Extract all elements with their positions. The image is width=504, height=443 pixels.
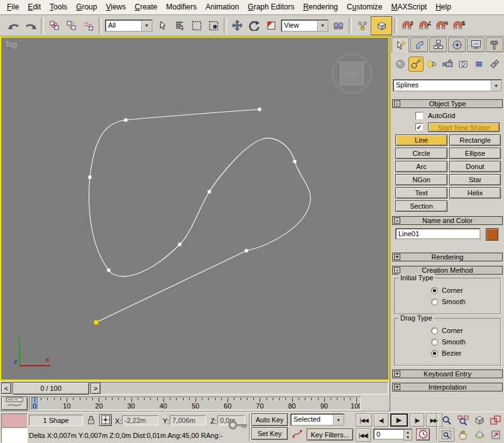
- radio-bezier[interactable]: [431, 350, 438, 357]
- redo-icon[interactable]: [22, 16, 39, 35]
- pan-button[interactable]: [455, 428, 471, 442]
- set-key-button[interactable]: Set Key: [251, 427, 288, 440]
- open-mini-curve-editor-button[interactable]: [1, 397, 28, 410]
- object-name-field[interactable]: Line01: [395, 228, 481, 239]
- spline-vertex[interactable]: [245, 249, 248, 253]
- shape-button-section[interactable]: Section: [395, 200, 447, 212]
- maxscript-macro-recorder-pane[interactable]: [1, 413, 28, 428]
- rollout-interpolation[interactable]: + Interpolation: [392, 383, 503, 391]
- arc-rotate-button[interactable]: [471, 428, 487, 442]
- menu-edit[interactable]: Edit: [23, 1, 45, 14]
- menu-animation[interactable]: Animation: [201, 1, 243, 14]
- shape-button-circle[interactable]: Circle: [395, 148, 447, 159]
- auto-key-button[interactable]: Auto Key: [251, 413, 288, 426]
- zoom-all-button[interactable]: [455, 413, 471, 427]
- shape-button-star[interactable]: Star: [449, 174, 501, 185]
- select-and-scale-icon[interactable]: [263, 16, 280, 35]
- time-configuration-button[interactable]: [416, 429, 430, 440]
- shape-button-text[interactable]: Text: [395, 187, 447, 199]
- time-slider-next-button[interactable]: >: [90, 383, 101, 394]
- keyboard-shortcut-override-icon[interactable]: [227, 420, 249, 432]
- cat-cameras[interactable]: [440, 57, 455, 72]
- to-start-button[interactable]: |◀◀: [356, 413, 372, 427]
- next-frame-button[interactable]: |▶: [410, 413, 424, 427]
- region-zoom-button[interactable]: [439, 428, 454, 442]
- start-new-shape-button[interactable]: Start New Shape: [428, 123, 500, 132]
- tab-utilities[interactable]: [486, 37, 503, 52]
- spline-first-vertex[interactable]: [94, 320, 99, 325]
- menu-customize[interactable]: Customize: [342, 1, 387, 14]
- track-bar-ruler[interactable]: 0102030405060708090100: [29, 397, 361, 410]
- selection-filter-dropdown[interactable]: All▼: [105, 19, 153, 32]
- default-in-out-tangent-icon[interactable]: [292, 429, 303, 440]
- chevron-down-icon[interactable]: ▼: [317, 21, 327, 31]
- spline-vertex[interactable]: [107, 269, 111, 272]
- play-button[interactable]: ▶: [390, 413, 408, 427]
- percent-snap-icon[interactable]: %: [433, 16, 450, 35]
- expand-icon[interactable]: +: [394, 254, 400, 260]
- expand-icon[interactable]: +: [394, 371, 400, 377]
- expand-icon[interactable]: +: [394, 384, 400, 390]
- cat-spacewarps[interactable]: ≋: [471, 57, 486, 72]
- rect-selection-region-icon[interactable]: [188, 16, 205, 35]
- rollout-rendering[interactable]: + Rendering: [392, 253, 503, 261]
- key-filters-button[interactable]: Key Filters...: [307, 429, 353, 440]
- tab-display[interactable]: [467, 37, 485, 52]
- menu-graph-editors[interactable]: Graph Editors: [243, 1, 299, 14]
- autogrid-checkbox[interactable]: [415, 112, 423, 119]
- menu-file[interactable]: File: [3, 1, 23, 14]
- undo-icon[interactable]: [5, 16, 22, 35]
- reference-coordinate-system-dropdown[interactable]: View▼: [281, 19, 329, 32]
- select-and-rotate-icon[interactable]: [246, 16, 263, 35]
- spline-vertex[interactable]: [89, 176, 92, 179]
- spline-vertex[interactable]: [258, 108, 261, 111]
- tab-motion[interactable]: [448, 37, 466, 52]
- select-and-move-icon[interactable]: [229, 16, 246, 35]
- spline-vertex[interactable]: [293, 160, 297, 163]
- cat-lights[interactable]: [424, 57, 439, 72]
- rollout-keyboard-entry[interactable]: + Keyboard Entry: [392, 369, 503, 378]
- window-crossing-icon[interactable]: [205, 16, 222, 35]
- select-and-manipulate-icon[interactable]: [354, 16, 371, 35]
- cat-shapes[interactable]: [408, 57, 424, 72]
- zoom-extents-button[interactable]: [471, 413, 487, 427]
- select-and-link-icon[interactable]: [46, 16, 63, 35]
- menu-tools[interactable]: Tools: [45, 1, 72, 14]
- x-coordinate-field[interactable]: -2,22m: [122, 415, 158, 425]
- shape-button-ellipse[interactable]: Ellipse: [449, 148, 501, 159]
- menu-create[interactable]: Create: [130, 1, 162, 14]
- spinner-snap-icon[interactable]: ⇅: [450, 16, 467, 35]
- radio-smooth[interactable]: [431, 298, 438, 305]
- chevron-down-icon[interactable]: ▼: [491, 80, 501, 90]
- collapse-icon[interactable]: -: [394, 267, 400, 273]
- start-new-shape-checkbox[interactable]: ✓: [415, 123, 423, 131]
- unlink-selection-icon[interactable]: [63, 16, 80, 35]
- rollout-creation-method[interactable]: - Creation Method: [392, 266, 503, 275]
- absolute-offset-mode-button[interactable]: [99, 414, 112, 426]
- menu-help[interactable]: Help: [431, 1, 456, 14]
- spline-vertex[interactable]: [178, 243, 182, 246]
- min-max-toggle-button[interactable]: [488, 428, 503, 442]
- tab-create[interactable]: [392, 37, 409, 53]
- y-coordinate-field[interactable]: 7,006m: [170, 415, 206, 425]
- maxscript-listener-pane[interactable]: [1, 427, 28, 443]
- chevron-down-icon[interactable]: ▼: [333, 415, 343, 425]
- tab-modify[interactable]: [410, 37, 428, 52]
- spline-vertex[interactable]: [124, 119, 128, 122]
- chevron-down-icon[interactable]: ▼: [141, 21, 151, 31]
- bind-to-space-warp-icon[interactable]: [80, 16, 97, 35]
- radio-corner[interactable]: [431, 287, 438, 294]
- collapse-icon[interactable]: -: [394, 101, 400, 107]
- cat-geometry[interactable]: [393, 57, 408, 72]
- spline-vertex[interactable]: [208, 190, 211, 194]
- rollout-name-and-color[interactable]: - Name and Color: [392, 216, 503, 225]
- radio-smooth[interactable]: [431, 339, 438, 346]
- time-slider-handle[interactable]: 0 / 100: [13, 382, 89, 395]
- tab-hierarchy[interactable]: [429, 37, 447, 52]
- shape-button-rectangle[interactable]: Rectangle: [449, 134, 501, 146]
- use-center-icon[interactable]: [330, 16, 347, 35]
- shape-button-helix[interactable]: Helix: [449, 187, 501, 199]
- cat-helpers[interactable]: [456, 57, 471, 72]
- cat-systems[interactable]: [487, 57, 502, 72]
- zoom-extents-all-button[interactable]: [488, 413, 503, 427]
